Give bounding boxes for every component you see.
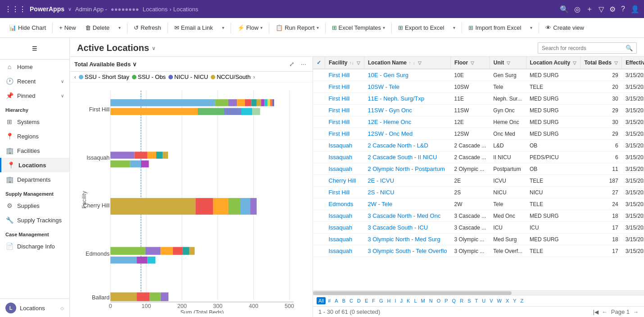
location-name-link[interactable]: 2 Olympic North - Postpartum: [368, 165, 445, 172]
sidebar-item-locations[interactable]: 📍 Locations: [0, 158, 69, 172]
import-chevron[interactable]: ▾: [526, 23, 536, 32]
floor-filter-icon[interactable]: ▽: [471, 60, 474, 65]
breadcrumb-item-1[interactable]: Locations: [143, 6, 168, 13]
sidebar-footer[interactable]: L Locations ◇: [0, 299, 69, 317]
location-name-link[interactable]: 11SW - Gyn Onc: [368, 107, 412, 114]
brand-logo[interactable]: PowerApps: [30, 5, 64, 13]
location-name-link[interactable]: 12E - Heme Onc: [368, 119, 412, 125]
search-input[interactable]: [542, 45, 623, 51]
alpha-button-r[interactable]: R: [458, 297, 465, 304]
refresh-nav-icon[interactable]: ◎: [574, 5, 581, 14]
alpha-button-v[interactable]: V: [488, 297, 494, 304]
new-button[interactable]: + New: [55, 22, 80, 33]
alpha-button-s[interactable]: S: [466, 297, 472, 304]
user-nav-icon[interactable]: 👤: [630, 5, 639, 14]
filter-nav-icon[interactable]: ▽: [599, 5, 604, 14]
facility-link[interactable]: First Hill: [329, 107, 350, 114]
row-check[interactable]: [313, 210, 325, 222]
location-name-link[interactable]: 2 Cascade North - L&D: [368, 142, 428, 149]
settings-nav-icon[interactable]: ⚙: [609, 5, 616, 14]
import-excel-button[interactable]: ⊞ Import from Excel: [465, 22, 525, 33]
th-location-name[interactable]: Location Name ↑ ↓ ▽: [364, 57, 451, 69]
alpha-button-f[interactable]: F: [370, 297, 377, 304]
th-total-beds[interactable]: Total Beds ▽: [581, 57, 622, 69]
run-report-button[interactable]: 📋 Run Report ▾: [272, 22, 322, 33]
email-link-button[interactable]: ✉ Email a Link: [171, 22, 217, 33]
refresh-button[interactable]: ↺ Refresh: [130, 22, 165, 33]
alpha-button-i[interactable]: I: [393, 297, 398, 304]
sidebar-item-discharge[interactable]: 📄 Discharge Info: [0, 239, 69, 253]
alpha-button-k[interactable]: K: [405, 297, 412, 304]
alpha-button-b[interactable]: B: [340, 297, 347, 304]
next-page-button[interactable]: →: [633, 309, 639, 315]
facility-link[interactable]: First Hill: [329, 95, 350, 102]
facility-link[interactable]: First Hill: [329, 83, 350, 90]
alpha-button-t[interactable]: T: [473, 297, 480, 304]
row-check[interactable]: [313, 152, 325, 163]
row-check[interactable]: [313, 222, 325, 234]
unit-filter-icon[interactable]: ▽: [507, 60, 510, 65]
alpha-button-#[interactable]: #: [326, 297, 332, 304]
chart-more-button[interactable]: ···: [299, 60, 308, 69]
row-check[interactable]: [313, 69, 325, 81]
legend-next-button[interactable]: ›: [253, 74, 255, 80]
sidebar-item-recent[interactable]: 🕐 Recent ∨: [0, 74, 69, 88]
facility-link[interactable]: Issaquah: [329, 236, 353, 243]
facility-link[interactable]: First Hill: [329, 119, 350, 125]
sidebar-item-regions[interactable]: 📍 Regions: [0, 129, 69, 143]
legend-prev-button[interactable]: ‹: [74, 74, 76, 80]
chart-title-button[interactable]: Total Available Beds ∨: [74, 61, 137, 68]
sidebar-item-departments[interactable]: 🏢 Departments: [0, 172, 69, 187]
location-name-link[interactable]: 2W - Tele: [368, 201, 393, 207]
export-chevron[interactable]: ▾: [449, 23, 459, 32]
facility-link[interactable]: Issaquah: [329, 248, 353, 254]
sidebar-item-home[interactable]: ⌂ Home: [0, 60, 69, 74]
row-check[interactable]: [313, 81, 325, 93]
alpha-button-h[interactable]: H: [385, 297, 393, 304]
row-check[interactable]: [313, 116, 325, 128]
facility-link[interactable]: Cherry Hill: [329, 177, 356, 184]
alpha-button-u[interactable]: U: [480, 297, 487, 304]
chart-expand-button[interactable]: ⤢: [287, 60, 296, 69]
export-excel-button[interactable]: ⊞ Export to Excel: [395, 22, 448, 33]
location-name-link[interactable]: 2S - NICU: [368, 189, 395, 196]
sidebar-item-supply-trackings[interactable]: 🔧 Supply Trackings: [0, 213, 69, 227]
create-view-button[interactable]: 👁 Create view: [542, 22, 588, 33]
page-title-chevron-icon[interactable]: ∨: [152, 45, 156, 51]
alpha-button-p[interactable]: P: [443, 297, 449, 304]
add-nav-icon[interactable]: ＋: [586, 5, 593, 14]
alpha-button-q[interactable]: Q: [450, 297, 458, 304]
row-check[interactable]: [313, 140, 325, 152]
location-filter-icon[interactable]: ▽: [418, 60, 422, 65]
location-name-link[interactable]: 2 Cascade South - II NICU: [368, 154, 437, 161]
alpha-button-e[interactable]: E: [363, 297, 370, 304]
th-floor[interactable]: Floor ▽: [451, 57, 490, 69]
row-check[interactable]: [313, 93, 325, 105]
facility-link[interactable]: First Hill: [329, 72, 350, 78]
row-check[interactable]: [313, 198, 325, 210]
waffle-menu-icon[interactable]: ⋮⋮⋮: [5, 5, 26, 14]
alpha-button-n[interactable]: N: [427, 297, 435, 304]
excel-templates-button[interactable]: ⊞ Excel Templates ▾: [328, 22, 389, 33]
prev-page-button[interactable]: ←: [602, 309, 608, 315]
facility-link[interactable]: Issaquah: [329, 142, 353, 149]
sidebar-item-supplies[interactable]: ⚙ Supplies: [0, 198, 69, 213]
facility-link[interactable]: Issaquah: [329, 212, 353, 219]
sidebar-item-systems[interactable]: ⊞ Systems: [0, 115, 69, 129]
row-check[interactable]: [313, 234, 325, 245]
alpha-button-g[interactable]: G: [377, 297, 385, 304]
location-name-link[interactable]: 10E - Gen Surg: [368, 72, 408, 78]
alpha-button-d[interactable]: D: [355, 297, 363, 304]
alpha-button-a[interactable]: A: [333, 297, 340, 304]
location-name-link[interactable]: 3 Cascade North - Med Onc: [368, 212, 441, 219]
help-nav-icon[interactable]: ?: [621, 5, 625, 13]
alpha-button-m[interactable]: M: [419, 297, 427, 304]
alpha-button-w[interactable]: W: [495, 297, 503, 304]
beds-filter-icon[interactable]: ▽: [614, 60, 618, 65]
th-check[interactable]: ✓: [313, 57, 325, 69]
facility-link[interactable]: Issaquah: [329, 224, 353, 231]
delete-button[interactable]: 🗑 Delete: [82, 22, 113, 33]
th-unit[interactable]: Unit ▽: [490, 57, 526, 69]
delete-chevron[interactable]: ▾: [115, 23, 124, 32]
facility-filter-icon[interactable]: ▽: [357, 60, 360, 65]
